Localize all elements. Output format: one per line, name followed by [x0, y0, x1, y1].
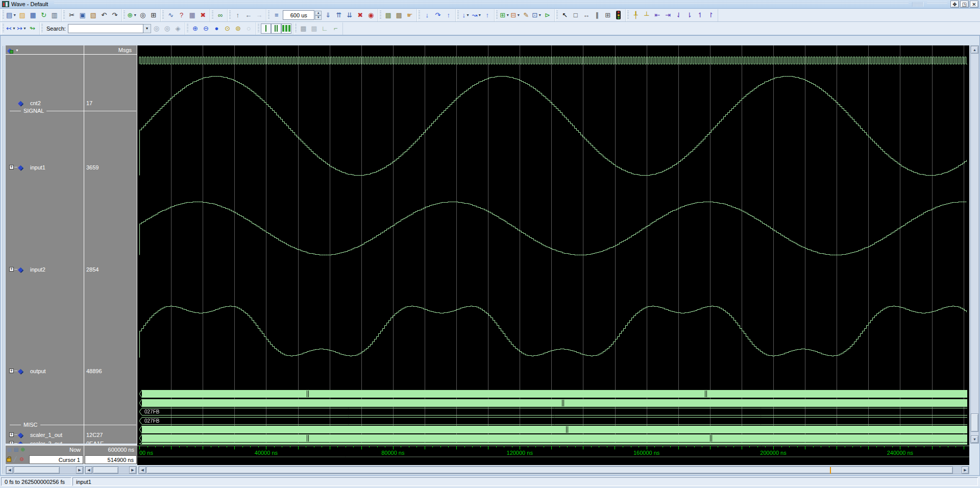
toolbar-grip[interactable]: [124, 11, 125, 20]
cursor1-label[interactable]: Cursor 1: [29, 455, 83, 464]
grid-mode-icon[interactable]: [281, 23, 291, 34]
pattern-b-icon[interactable]: ▩: [309, 23, 320, 34]
add-wave-icon[interactable]: ⊞▼: [499, 10, 510, 20]
back-icon[interactable]: ←: [243, 10, 254, 20]
edge-up-icon[interactable]: ↑: [482, 10, 493, 20]
group-divider[interactable]: MISC: [6, 421, 137, 428]
jump-prev-icon[interactable]: ↢▼: [6, 23, 16, 34]
search-history-icon[interactable]: ▼: [143, 24, 151, 33]
expand-icon[interactable]: +: [9, 432, 14, 437]
scroll-down-icon[interactable]: ▼: [971, 435, 978, 443]
cursor-properties-icon[interactable]: ╱: [12, 456, 18, 462]
toolbar-grip[interactable]: [63, 11, 65, 20]
dataset-view-icon[interactable]: ▩: [383, 10, 394, 20]
add-selected-icon[interactable]: ⊕▼: [127, 10, 137, 20]
cursor-line-mode-icon[interactable]: [261, 23, 271, 34]
toolbar-grip[interactable]: [229, 11, 231, 20]
waveform-canvas[interactable]: [137, 45, 969, 465]
copy-icon[interactable]: ▣: [77, 10, 88, 20]
delete-cursor-icon[interactable]: ⊖: [19, 456, 24, 462]
vertical-scroll-thumb[interactable]: [971, 413, 978, 432]
redo-icon[interactable]: ↷: [109, 10, 120, 20]
edge-curve-icon[interactable]: ↝▼: [471, 10, 482, 20]
expand-icon[interactable]: +: [9, 267, 14, 272]
up-context-icon[interactable]: ↑: [232, 10, 243, 20]
toolbar-grip[interactable]: [419, 11, 420, 20]
paste-icon[interactable]: ▧: [88, 10, 99, 20]
signal-row[interactable]: +◆output48896: [6, 368, 137, 375]
signal-names-panel[interactable]: ◆ ▼ Msgs ◆cnt217SIGNAL+◆input13659+◆inpu…: [6, 45, 137, 444]
sim-wave-icon[interactable]: ∿: [165, 10, 176, 20]
find-transition-curve-icon[interactable]: ↷: [432, 10, 443, 20]
toolbar-grip[interactable]: [295, 24, 297, 33]
toolbar-grip[interactable]: [380, 11, 381, 20]
toolbar-grip[interactable]: [212, 11, 213, 20]
break-icon[interactable]: ◉: [365, 10, 376, 20]
title-bar[interactable]: Wave - Default ✥◳✕: [0, 0, 980, 9]
delete-wave-icon[interactable]: ⊟▼: [510, 10, 521, 20]
jump-insert-icon[interactable]: ↬: [27, 23, 38, 34]
signal-name[interactable]: input2: [30, 266, 45, 273]
search-find-icon[interactable]: ◎: [151, 23, 162, 34]
group-divider[interactable]: SIGNAL: [6, 107, 137, 114]
expand-icon[interactable]: ⊞: [148, 10, 159, 20]
edge-next-icon[interactable]: ↓▼: [460, 10, 471, 20]
dual-cursor-mode-icon[interactable]: [271, 23, 281, 34]
open-icon[interactable]: ▨: [17, 10, 28, 20]
toolbar-grip[interactable]: [187, 24, 188, 33]
add-cursor-icon[interactable]: ⊕: [20, 447, 26, 452]
export-wave-icon[interactable]: ⊳: [542, 10, 553, 20]
toolbar-grip[interactable]: [627, 11, 629, 20]
prev-falling-edge-icon[interactable]: ⇃: [673, 10, 684, 20]
pan-hand-icon[interactable]: ☛: [404, 10, 415, 20]
signal-row[interactable]: +◆scaler_1_out12C27: [6, 431, 137, 438]
expand-icon[interactable]: +: [9, 165, 14, 169]
bars-mode-icon[interactable]: ∥: [592, 10, 602, 20]
scroll-left-icon[interactable]: ◀: [139, 467, 146, 474]
spin-up-icon[interactable]: ▲: [315, 11, 322, 15]
delete-cursor-icon[interactable]: ┴: [641, 10, 652, 20]
save-icon[interactable]: ▦: [28, 10, 38, 20]
restart-icon[interactable]: ≡: [271, 10, 282, 20]
stop-icon[interactable]: ✖: [355, 10, 365, 20]
zoom-mode-icon[interactable]: □: [570, 10, 581, 20]
pattern-a-icon[interactable]: ▩: [298, 23, 309, 34]
signal-name[interactable]: input1: [30, 164, 45, 170]
toolbar-grip[interactable]: [457, 11, 459, 20]
find-icon[interactable]: ◎: [137, 10, 148, 20]
add-cursor-icon[interactable]: ╀: [630, 10, 641, 20]
print-icon[interactable]: ▥: [49, 10, 60, 20]
cursor-select-icon[interactable]: ▦: [7, 447, 12, 452]
signal-row[interactable]: +◆input22854: [6, 266, 137, 273]
zoom-in-icon[interactable]: ⊕: [190, 23, 201, 34]
zoom-other-icon[interactable]: ◌: [243, 23, 254, 34]
cursor-edit-icon[interactable]: ▤: [13, 447, 19, 452]
scroll-right-icon[interactable]: ▶: [129, 467, 136, 474]
scroll-left-icon[interactable]: ◀: [6, 467, 13, 474]
signal-row[interactable]: +◆scaler_2_out0EA1E: [6, 440, 137, 444]
zoom-range-icon[interactable]: ⊙: [222, 23, 233, 34]
prev-transition-icon[interactable]: ⇤: [652, 10, 663, 20]
toolbar-grip[interactable]: [258, 24, 259, 33]
signal-row[interactable]: +◆input13659: [6, 164, 137, 171]
prev-rising-edge-icon[interactable]: ↿: [695, 10, 705, 20]
zoom-full-icon[interactable]: ●: [211, 23, 222, 34]
find-next-transition-icon[interactable]: ↓: [422, 10, 432, 20]
cut-icon[interactable]: ✂: [66, 10, 77, 20]
find-prev-transition-icon[interactable]: ↑: [443, 10, 454, 20]
refresh-icon[interactable]: ↻: [38, 10, 49, 20]
names-hscrollbar[interactable]: ◀ ▶: [6, 466, 84, 474]
edit-wave-icon[interactable]: ✎: [521, 10, 531, 20]
edge-r-icon[interactable]: ⌐: [330, 23, 341, 34]
sim-help-icon[interactable]: ?: [176, 10, 187, 20]
scroll-right-icon[interactable]: ▶: [76, 467, 83, 474]
cursor1-value[interactable]: 514900 ns: [85, 455, 137, 464]
spin-down-icon[interactable]: ▼: [315, 15, 322, 20]
signal-name[interactable]: scaler_2_out: [30, 441, 62, 444]
toolbar-grip[interactable]: [496, 11, 498, 20]
next-falling-edge-icon[interactable]: ⇂: [684, 10, 695, 20]
expand-icon[interactable]: +: [9, 441, 14, 444]
search-input[interactable]: [68, 24, 143, 33]
zoom-cursor-icon[interactable]: ⊚: [233, 23, 243, 34]
toolbar-grip[interactable]: [162, 11, 164, 20]
